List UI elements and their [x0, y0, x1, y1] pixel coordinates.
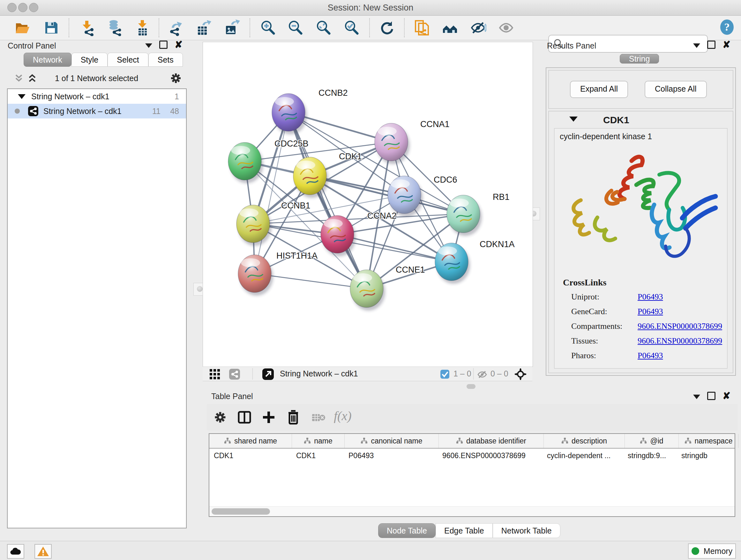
results-tab-string[interactable]: String: [620, 52, 659, 65]
tab-select[interactable]: Select: [108, 53, 148, 67]
network-node-CDKN1A[interactable]: CDKN1A: [435, 240, 515, 284]
save-session-icon[interactable]: [43, 19, 59, 36]
cloud-icon: [10, 547, 22, 556]
node-gloss: [450, 199, 469, 207]
network-node-RB1[interactable]: RB1: [447, 192, 510, 236]
network-graph[interactable]: CCNB2CCNA1CDC25BCDK1CDC6RB1CCNB1CCNA2CDK…: [203, 42, 533, 367]
horizontal-splitter-handle[interactable]: [467, 384, 475, 389]
network-canvas[interactable]: CCNB2CCNA1CDC25BCDK1CDC6RB1CCNB1CCNA2CDK…: [203, 42, 533, 367]
crosslink-row: GeneCard:P06493: [555, 307, 724, 321]
disclosure-triangle-icon[interactable]: [18, 94, 25, 99]
node-label: CDK1: [339, 152, 362, 161]
column-type-icon: [360, 437, 367, 444]
zoom-selected-icon[interactable]: [343, 19, 360, 36]
tab-edge-table[interactable]: Edge Table: [435, 523, 493, 538]
panel-float-icon[interactable]: [707, 41, 716, 49]
scrollbar-thumb[interactable]: [212, 508, 270, 515]
export-table-icon[interactable]: [195, 19, 212, 36]
network-share-icon[interactable]: [229, 368, 240, 380]
table-cell[interactable]: CDK1: [209, 449, 292, 462]
open-in-new-window-icon[interactable]: [262, 368, 274, 380]
crosslink-link[interactable]: P06493: [637, 292, 663, 302]
delete-column-trash-icon[interactable]: [286, 410, 300, 425]
edge-count: 48: [170, 107, 179, 116]
disclosure-triangle-icon[interactable]: [569, 117, 578, 122]
column-header-database-identifier[interactable]: database identifier: [439, 434, 544, 448]
tab-style[interactable]: Style: [71, 53, 108, 67]
import-network-from-database-icon[interactable]: [106, 19, 123, 36]
hide-graphics-details-icon[interactable]: [470, 19, 486, 36]
import-network-from-file-icon[interactable]: [79, 19, 96, 36]
tab-node-table[interactable]: Node Table: [378, 523, 435, 538]
network-row[interactable]: String Network – cdk1 11 48: [8, 104, 186, 118]
column-header-name[interactable]: name: [292, 434, 345, 448]
expand-all-button[interactable]: Expand All: [570, 81, 628, 98]
panel-menu-icon[interactable]: [145, 44, 152, 48]
zoom-fit-content-icon[interactable]: [315, 19, 332, 36]
column-header-canonical-name[interactable]: canonical name: [345, 434, 439, 448]
column-header-shared-name[interactable]: shared name: [209, 434, 292, 448]
node-label: CCNE1: [396, 265, 425, 274]
export-network-icon[interactable]: [168, 19, 185, 36]
tab-sets[interactable]: Sets: [148, 53, 183, 67]
node-label: CCNB1: [281, 201, 311, 210]
warning-icon: [37, 546, 50, 557]
string-query-icon[interactable]: [442, 19, 458, 36]
network-selection-bar: 1 of 1 Network selected: [8, 71, 185, 86]
add-column-icon[interactable]: [262, 410, 276, 424]
zoom-in-icon[interactable]: [260, 19, 276, 36]
export-image-icon[interactable]: [223, 19, 240, 36]
collapse-all-button[interactable]: Collapse All: [645, 81, 707, 98]
import-table-from-file-icon[interactable]: [134, 19, 151, 36]
help-icon[interactable]: ?: [719, 19, 735, 36]
node-gloss: [231, 146, 250, 155]
node-label: HIST1H1A: [276, 251, 318, 260]
network-collection-row[interactable]: String Network – cdk1 1: [8, 89, 186, 104]
tab-network[interactable]: Network: [23, 53, 71, 67]
window-minimize-button[interactable]: [18, 3, 27, 12]
string-results-box: Expand All Collapse All CDK1 cyclin-depe…: [546, 67, 736, 376]
network-node-CDK1[interactable]: CDK1: [293, 152, 362, 198]
crosslink-label: GeneCard:: [571, 307, 607, 316]
titlebar: Session: New Session: [0, 0, 741, 16]
show-columns-icon[interactable]: [238, 410, 252, 424]
selected-checkbox-icon[interactable]: [440, 369, 450, 379]
network-edge-CCNB2-HIST1H1A[interactable]: [255, 112, 288, 273]
cloud-button[interactable]: [7, 544, 24, 559]
crosslink-row: Compartments:9606.ENSP00000378699: [555, 321, 724, 336]
panel-close-icon[interactable]: ✘: [723, 41, 731, 48]
node-gloss: [391, 179, 410, 188]
crosslink-link[interactable]: P06493: [637, 351, 663, 361]
table-cell[interactable]: 9606.ENSP00000378699: [438, 449, 542, 462]
node-label: CDC6: [434, 175, 457, 185]
protein-header-row[interactable]: CDK1: [549, 113, 733, 127]
crosslink-link[interactable]: 9606.ENSP00000378699: [637, 336, 722, 346]
table-settings-gear-icon[interactable]: [213, 410, 227, 424]
grid-view-icon[interactable]: [209, 368, 220, 380]
warnings-button[interactable]: [35, 544, 52, 559]
results-panel-title: Results Panel: [547, 41, 596, 51]
panel-menu-icon[interactable]: [693, 44, 700, 48]
panel-float-icon[interactable]: [159, 41, 167, 49]
birds-eye-view-icon[interactable]: [514, 368, 527, 381]
refresh-view-icon[interactable]: [379, 19, 395, 36]
window-zoom-button[interactable]: [29, 3, 38, 12]
svg-text:?: ?: [724, 21, 730, 33]
open-file-icon[interactable]: [14, 19, 30, 36]
table-cell[interactable]: P06493: [344, 449, 438, 462]
network-status-dot: [15, 109, 20, 114]
copy-network-icon[interactable]: [414, 19, 430, 36]
network-node-CCNA1[interactable]: CCNA1: [375, 119, 450, 164]
network-node-HIST1H1A[interactable]: HIST1H1A: [238, 251, 318, 296]
window-close-button[interactable]: [7, 3, 17, 12]
memory-button[interactable]: Memory: [688, 543, 736, 559]
panel-close-icon[interactable]: ✘: [175, 41, 183, 48]
zoom-out-icon[interactable]: [287, 19, 304, 36]
crosslink-link[interactable]: P06493: [637, 307, 663, 316]
hidden-count: 0 – 0: [490, 369, 509, 378]
table-cell[interactable]: CDK1: [292, 449, 344, 462]
control-panel-title: Control Panel: [8, 41, 56, 51]
crosslink-link[interactable]: 9606.ENSP00000378699: [637, 321, 722, 331]
node-gloss: [239, 208, 259, 217]
gear-icon[interactable]: [170, 72, 182, 84]
